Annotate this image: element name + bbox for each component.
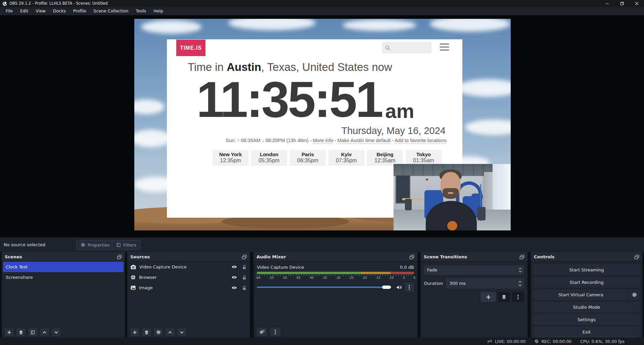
world-clock-tokyo: Tokyo01:35am: [406, 150, 442, 166]
hamburger-menu-icon: [440, 43, 449, 51]
unlock-icon[interactable]: [242, 275, 246, 280]
virtual-camera-settings-button[interactable]: [629, 289, 640, 300]
menu-help[interactable]: Help: [150, 7, 167, 15]
start-recording-button[interactable]: Start Recording: [534, 277, 640, 288]
scene-transitions-title: Scene Transitions: [424, 254, 467, 259]
audio-mixer-title: Audio Mixer: [257, 254, 286, 259]
menu-profile[interactable]: Profile: [70, 7, 90, 15]
filter-icon: [116, 243, 121, 247]
scene-filters-button[interactable]: [28, 328, 37, 336]
minimize-button[interactable]: [600, 0, 614, 7]
popout-icon[interactable]: [409, 255, 414, 259]
source-properties-button[interactable]: [154, 328, 163, 336]
controls-dock: Controls Start Streaming Start Recording…: [531, 252, 642, 338]
source-item-browser[interactable]: Browser: [127, 272, 250, 283]
menu-file[interactable]: File: [2, 7, 16, 15]
menu-bar: File Edit View Docks Profile Scene Colle…: [0, 7, 644, 15]
menu-docks[interactable]: Docks: [49, 7, 70, 15]
settings-button[interactable]: Settings: [534, 314, 640, 325]
timeis-clock: 11:35:51 am: [196, 74, 414, 125]
sun-info-line: Sun: ↑ 06:35AM ↓ 08:20PM (13h 46m) - Mor…: [226, 138, 447, 143]
obs-logo-icon: [3, 1, 7, 6]
speaker-icon[interactable]: [396, 285, 402, 290]
duration-spinner-arrows[interactable]: [518, 281, 524, 286]
visibility-eye-icon[interactable]: [231, 265, 237, 269]
volume-slider-handle[interactable]: [382, 286, 391, 289]
source-down-button[interactable]: [177, 328, 186, 336]
transition-select-arrows[interactable]: [516, 265, 524, 275]
mixer-level-db: 0.0 dB: [400, 265, 414, 270]
source-up-button[interactable]: [166, 328, 175, 336]
add-scene-button[interactable]: [5, 328, 14, 336]
volume-meter: [257, 272, 414, 274]
menu-tools[interactable]: Tools: [132, 7, 150, 15]
scene-up-button[interactable]: [40, 328, 49, 336]
add-transition-button[interactable]: [480, 292, 496, 302]
scene-item-clock-test[interactable]: Clock Test: [3, 262, 124, 272]
menu-view[interactable]: View: [32, 7, 49, 15]
menu-edit[interactable]: Edit: [16, 7, 32, 15]
world-clock-row: New York12:35pm London05:35pm Paris06:35…: [213, 150, 442, 166]
start-streaming-button[interactable]: Start Streaming: [534, 264, 640, 275]
volume-slider[interactable]: [257, 285, 394, 290]
audio-mixer-dock: Audio Mixer Video Capture Device 0.0 dB …: [254, 252, 417, 338]
add-source-button[interactable]: [130, 328, 139, 336]
popout-icon[interactable]: [634, 255, 639, 259]
cloud: [228, 19, 316, 30]
maximize-button[interactable]: [614, 0, 629, 7]
world-clock-london: London05:35pm: [251, 150, 287, 166]
world-clock-paris: Paris06:35pm: [290, 150, 326, 166]
scene-down-button[interactable]: [52, 328, 61, 336]
preview-canvas[interactable]: TIME.IS Time in Austin, Texas, United St…: [134, 19, 511, 230]
world-clock-kyiv: Kyiv07:35pm: [328, 150, 364, 166]
unlock-icon[interactable]: [242, 265, 246, 269]
filters-button[interactable]: Filters: [112, 240, 141, 250]
source-status-text: No source selected: [4, 242, 45, 247]
remove-source-button[interactable]: [142, 328, 151, 336]
image-icon: [131, 286, 136, 290]
source-item-video-capture[interactable]: Video Capture Device: [127, 262, 250, 272]
studio-mode-button[interactable]: Studio Mode: [534, 302, 640, 312]
camera-icon: [131, 265, 136, 269]
transition-properties-button[interactable]: [512, 292, 524, 302]
scene-item-screenshare[interactable]: Screenshare: [3, 272, 124, 283]
visibility-eye-icon[interactable]: [231, 286, 237, 290]
visibility-eye-icon[interactable]: [231, 275, 237, 279]
duration-label: Duration: [424, 281, 443, 286]
remove-scene-button[interactable]: [16, 328, 26, 336]
duration-input[interactable]: 300 ms: [446, 278, 524, 289]
scene-transitions-dock: Scene Transitions Fade Duration 300 ms: [421, 252, 527, 338]
scenes-dock: Scenes Clock Test Screenshare: [2, 252, 125, 338]
cloud: [134, 99, 165, 114]
source-item-image[interactable]: Image: [127, 283, 250, 293]
transition-select[interactable]: Fade: [424, 265, 524, 275]
title-bar: OBS 29.1.2 - Profile: LLHLS BETA - Scene…: [0, 0, 644, 7]
close-button[interactable]: [629, 0, 644, 7]
live-status: LIVE: 00:00:00: [487, 339, 525, 344]
gear-icon: [632, 292, 637, 297]
cloud: [141, 20, 201, 34]
cloud: [342, 19, 416, 31]
gear-icon: [81, 243, 85, 247]
mixer-menu-button[interactable]: [270, 328, 281, 336]
mixer-channel-menu-button[interactable]: [405, 283, 414, 292]
advanced-audio-button[interactable]: [257, 328, 267, 336]
timeis-logo: TIME.IS: [176, 40, 205, 56]
mixer-channel-name: Video Capture Device: [257, 265, 304, 270]
sources-title: Sources: [130, 254, 150, 259]
popout-icon[interactable]: [519, 255, 524, 259]
world-clock-newyork: New York12:35pm: [213, 150, 248, 166]
remove-transition-button[interactable]: [498, 292, 510, 302]
cloud: [457, 79, 511, 97]
properties-button[interactable]: Properties: [76, 240, 114, 250]
popout-icon[interactable]: [117, 255, 122, 259]
clock-time: 11:35:51: [196, 74, 382, 125]
cloud: [430, 19, 510, 32]
unlock-icon[interactable]: [242, 286, 246, 290]
exit-button[interactable]: Exit: [534, 327, 640, 337]
menu-scene-collection[interactable]: Scene Collection: [90, 7, 132, 15]
sources-dock: Sources Video Capture Device Browser: [127, 252, 250, 338]
popout-icon[interactable]: [242, 255, 247, 259]
timeis-search-box: [382, 42, 431, 53]
start-virtual-camera-button[interactable]: Start Virtual Camera: [534, 289, 628, 300]
